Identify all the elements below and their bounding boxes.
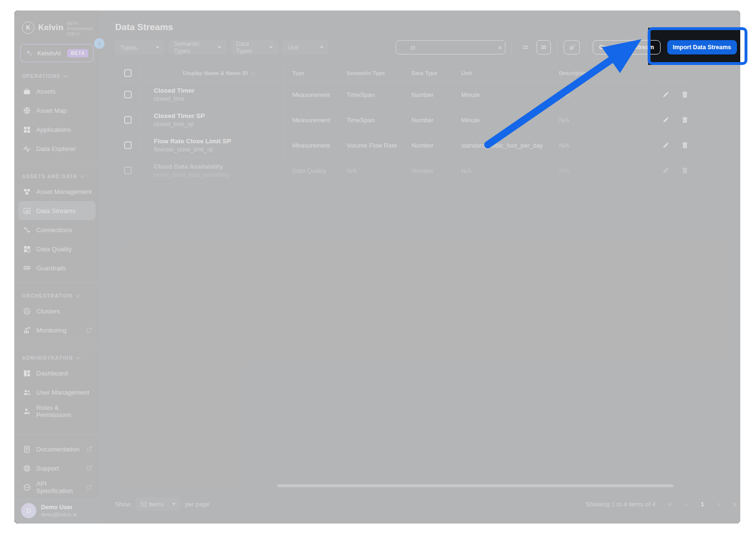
app-window: K Kelvin BETA Environment (DEV) KelvinAI…	[14, 11, 740, 524]
dim-overlay	[14, 28, 648, 65]
dim-overlay	[14, 65, 740, 524]
import-data-streams-button[interactable]: Import Data Streams	[667, 40, 737, 54]
dim-overlay	[14, 11, 740, 28]
page: K Kelvin BETA Environment (DEV) KelvinAI…	[0, 0, 756, 535]
